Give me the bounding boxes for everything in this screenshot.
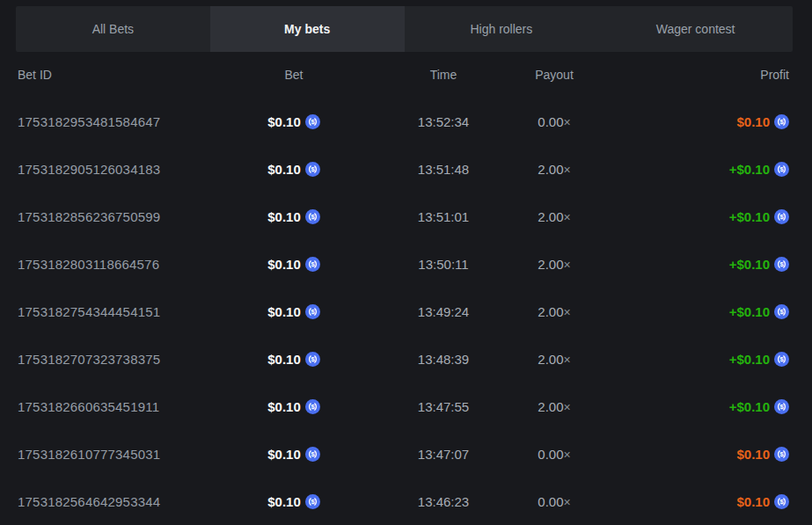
usdc-coin-icon: $ xyxy=(305,209,320,224)
bets-tabbar: All Bets My bets High rollers Wager cont… xyxy=(16,6,793,52)
column-header-profit: Profit xyxy=(589,68,789,82)
usdc-coin-icon: $ xyxy=(774,447,789,462)
table-row[interactable]: 1753182707323738375 $0.10 $ 13:48:39 2.0… xyxy=(18,335,789,383)
bet-profit-value: +$0.10 xyxy=(729,399,770,414)
bet-profit-value: +$0.10 xyxy=(729,304,770,319)
bet-amount-value: $0.10 xyxy=(267,494,301,509)
bet-time: 13:51:48 xyxy=(368,162,519,177)
bet-payout: 2.00× xyxy=(519,352,589,367)
bet-amount: $0.10 $ xyxy=(220,303,368,319)
bet-amount: $0.10 $ xyxy=(220,208,368,224)
bet-time: 13:51:01 xyxy=(368,209,519,224)
bet-time: 13:52:34 xyxy=(368,114,519,129)
multiplier-sign: × xyxy=(564,448,571,462)
bet-id: 1753182660635451911 xyxy=(18,399,220,414)
column-header-bet-id: Bet ID xyxy=(18,68,220,82)
column-header-bet: Bet xyxy=(220,68,368,82)
bet-id: 1753182564642953344 xyxy=(18,494,220,509)
bet-amount: $0.10 $ xyxy=(220,256,368,272)
tab-all-bets[interactable]: All Bets xyxy=(16,6,210,52)
table-row[interactable]: 1753182754344454151 $0.10 $ 13:49:24 2.0… xyxy=(18,288,789,335)
column-header-payout: Payout xyxy=(519,68,589,82)
multiplier-sign: × xyxy=(564,163,571,177)
table-row[interactable]: 1753182905126034183 $0.10 $ 13:51:48 2.0… xyxy=(18,145,789,193)
bet-profit: +$0.10 $ xyxy=(589,303,789,319)
bet-id: 1753182754344454151 xyxy=(18,304,220,319)
table-row[interactable]: 1753182803118664576 $0.10 $ 13:50:11 2.0… xyxy=(18,240,789,288)
bet-amount-value: $0.10 xyxy=(267,447,301,462)
bet-profit-value: +$0.10 xyxy=(729,352,770,367)
bet-payout: 2.00× xyxy=(519,399,589,414)
table-row[interactable]: 1753182610777345031 $0.10 $ 13:47:07 0.0… xyxy=(18,430,789,478)
usdc-coin-icon: $ xyxy=(774,304,789,319)
bet-profit: $0.10 $ xyxy=(589,446,789,462)
usdc-coin-icon: $ xyxy=(305,399,320,414)
bet-amount: $0.10 $ xyxy=(220,351,368,367)
bet-time: 13:48:39 xyxy=(368,352,519,367)
bet-amount: $0.10 $ xyxy=(220,446,368,462)
bet-profit: +$0.10 $ xyxy=(589,256,789,272)
bet-profit: $0.10 $ xyxy=(589,113,789,129)
multiplier-sign: × xyxy=(564,305,571,319)
usdc-coin-icon: $ xyxy=(305,447,320,462)
usdc-coin-icon: $ xyxy=(774,257,789,272)
table-row[interactable]: 1753182856236750599 $0.10 $ 13:51:01 2.0… xyxy=(18,193,789,240)
usdc-coin-icon: $ xyxy=(305,257,320,272)
bet-profit-value: +$0.10 xyxy=(729,257,770,272)
multiplier-sign: × xyxy=(564,400,571,414)
multiplier-sign: × xyxy=(564,353,571,367)
usdc-coin-icon: $ xyxy=(305,304,320,319)
bet-time: 13:46:23 xyxy=(368,494,519,509)
multiplier-sign: × xyxy=(564,258,571,272)
table-body: 1753182953481584647 $0.10 $ 13:52:34 0.0… xyxy=(18,98,789,525)
bet-id: 1753182856236750599 xyxy=(18,209,220,224)
bet-amount: $0.10 $ xyxy=(220,493,368,509)
usdc-coin-icon: $ xyxy=(774,494,789,509)
bet-amount: $0.10 $ xyxy=(220,113,368,129)
bet-profit: +$0.10 $ xyxy=(589,161,789,177)
usdc-coin-icon: $ xyxy=(305,352,320,367)
usdc-coin-icon: $ xyxy=(774,352,789,367)
bet-profit-value: +$0.10 xyxy=(729,209,770,224)
bet-id: 1753182803118664576 xyxy=(18,257,220,272)
bet-profit: +$0.10 $ xyxy=(589,398,789,414)
column-header-time: Time xyxy=(368,68,519,82)
bet-id: 1753182610777345031 xyxy=(18,447,220,462)
bet-amount-value: $0.10 xyxy=(267,257,301,272)
bet-payout: 2.00× xyxy=(519,304,589,319)
bet-amount-value: $0.10 xyxy=(267,352,301,367)
bet-profit-value: $0.10 xyxy=(736,494,770,509)
bet-payout: 0.00× xyxy=(519,447,589,462)
bet-profit-value: $0.10 xyxy=(736,447,770,462)
usdc-coin-icon: $ xyxy=(774,209,789,224)
bet-profit-value: +$0.10 xyxy=(729,162,770,177)
bet-amount-value: $0.10 xyxy=(267,399,301,414)
multiplier-sign: × xyxy=(564,115,571,129)
table-row[interactable]: 1753182660635451911 $0.10 $ 13:47:55 2.0… xyxy=(18,383,789,430)
bet-time: 13:47:07 xyxy=(368,447,519,462)
bet-time: 13:50:11 xyxy=(368,257,519,272)
tab-my-bets[interactable]: My bets xyxy=(210,6,405,52)
multiplier-sign: × xyxy=(564,495,571,509)
bet-payout: 2.00× xyxy=(519,257,589,272)
table-header-row: Bet ID Bet Time Payout Profit xyxy=(18,52,789,98)
bet-amount: $0.10 $ xyxy=(220,398,368,414)
table-row[interactable]: 1753182953481584647 $0.10 $ 13:52:34 0.0… xyxy=(18,98,789,145)
bet-id: 1753182707323738375 xyxy=(18,352,220,367)
bets-table: Bet ID Bet Time Payout Profit 1753182953… xyxy=(0,52,812,525)
tab-high-rollers[interactable]: High rollers xyxy=(405,6,599,52)
usdc-coin-icon: $ xyxy=(305,162,320,177)
bet-time: 13:47:55 xyxy=(368,399,519,414)
bet-amount-value: $0.10 xyxy=(267,304,301,319)
usdc-coin-icon: $ xyxy=(305,494,320,509)
bet-amount-value: $0.10 xyxy=(267,209,301,224)
tab-wager-contest[interactable]: Wager contest xyxy=(598,6,793,52)
usdc-coin-icon: $ xyxy=(774,162,789,177)
multiplier-sign: × xyxy=(564,210,571,224)
bet-payout: 0.00× xyxy=(519,114,589,129)
usdc-coin-icon: $ xyxy=(774,399,789,414)
table-row[interactable]: 1753182564642953344 $0.10 $ 13:46:23 0.0… xyxy=(18,478,789,525)
usdc-coin-icon: $ xyxy=(305,114,320,129)
bet-amount-value: $0.10 xyxy=(267,114,301,129)
bet-payout: 2.00× xyxy=(519,209,589,224)
